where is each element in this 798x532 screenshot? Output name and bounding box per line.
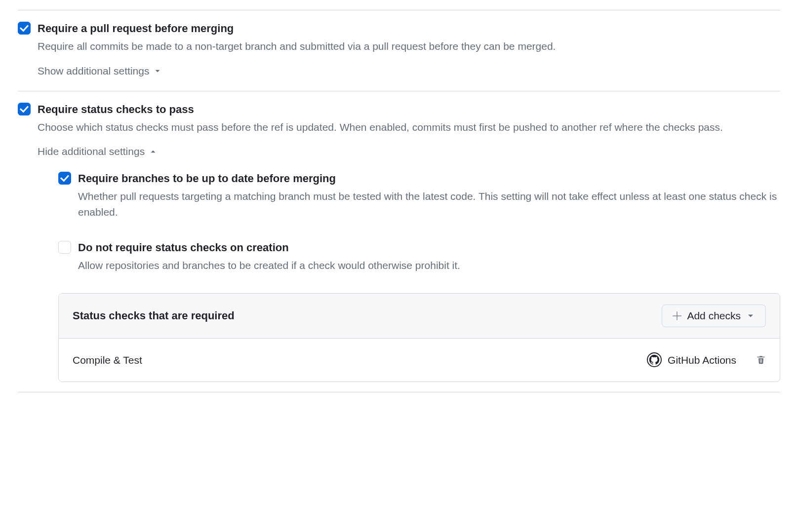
up-to-date-checkbox[interactable]: [58, 172, 71, 185]
caret-down-icon: [746, 311, 756, 321]
section-divider: [18, 392, 780, 392]
plus-icon: [672, 311, 682, 321]
chevron-up-icon: [149, 147, 158, 156]
require-pr-checkbox[interactable]: [18, 22, 31, 35]
up-to-date-desc: Whether pull requests targeting a matchi…: [78, 189, 780, 220]
required-check-source: GitHub Actions: [647, 352, 736, 368]
github-icon: [647, 352, 662, 367]
required-checks-panel-header: Status checks that are required Add chec…: [59, 294, 780, 339]
required-check-name: Compile & Test: [73, 352, 142, 368]
rule-require-pr: Require a pull request before merging Re…: [18, 20, 780, 81]
require-checks-toggle[interactable]: Hide additional settings: [38, 146, 158, 157]
require-checks-desc: Choose which status checks must pass bef…: [38, 119, 780, 135]
up-to-date-title: Require branches to be up to date before…: [78, 170, 780, 187]
skip-on-create-checkbox[interactable]: [58, 241, 71, 254]
skip-on-create-title: Do not require status checks on creation: [78, 239, 780, 256]
require-checks-toggle-label: Hide additional settings: [38, 146, 145, 157]
require-pr-title: Require a pull request before merging: [38, 20, 780, 37]
require-checks-title: Require status checks to pass: [38, 101, 780, 117]
require-checks-nested: Require branches to be up to date before…: [58, 170, 780, 382]
required-checks-panel: Status checks that are required Add chec…: [58, 293, 780, 382]
require-checks-checkbox[interactable]: [18, 103, 31, 115]
require-pr-toggle-label: Show additional settings: [38, 65, 149, 77]
required-checks-panel-title: Status checks that are required: [73, 307, 235, 324]
rule-skip-on-create: Do not require status checks on creation…: [58, 239, 780, 282]
require-pr-desc: Require all commits be made to a non-tar…: [38, 38, 780, 54]
section-divider: [18, 10, 780, 10]
delete-check-button[interactable]: [756, 355, 766, 365]
require-pr-toggle[interactable]: Show additional settings: [38, 65, 162, 77]
section-divider: [18, 91, 780, 91]
skip-on-create-desc: Allow repositories and branches to be cr…: [78, 258, 780, 273]
rule-up-to-date: Require branches to be up to date before…: [58, 170, 780, 228]
required-check-source-label: GitHub Actions: [668, 352, 736, 368]
trash-icon: [756, 355, 766, 365]
required-check-row: Compile & Test GitHub Actions: [59, 339, 780, 382]
chevron-down-icon: [153, 67, 162, 76]
add-checks-label: Add checks: [687, 310, 741, 322]
add-checks-button[interactable]: Add checks: [662, 304, 766, 327]
rule-require-checks: Require status checks to pass Choose whi…: [18, 101, 780, 382]
